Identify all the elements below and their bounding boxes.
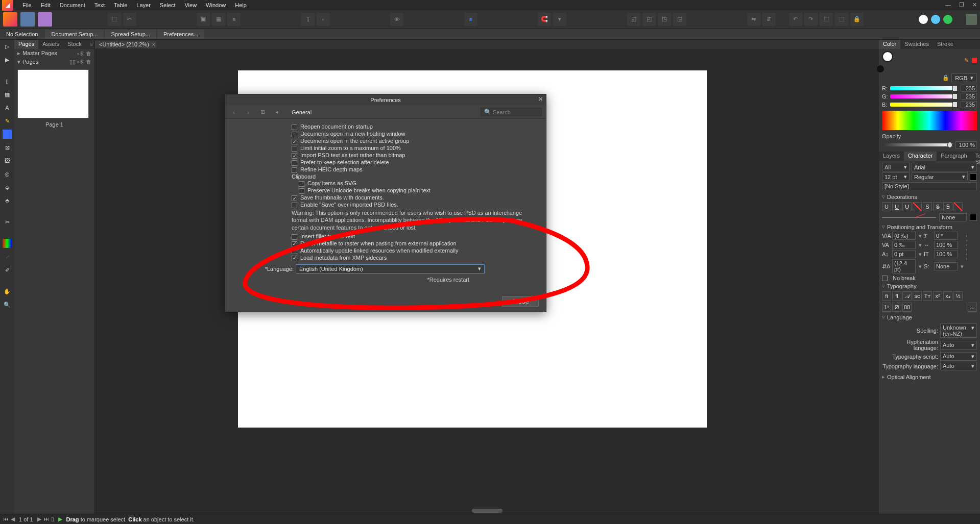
typo-script-select[interactable]: Auto▾ — [940, 352, 977, 361]
menu-text[interactable]: Text — [94, 2, 105, 8]
fill-tool-icon[interactable]: ⬙ — [3, 183, 12, 192]
r-slider[interactable] — [890, 86, 958, 90]
checkbox[interactable] — [299, 181, 304, 187]
decorations-header[interactable]: Decorations — [887, 194, 917, 200]
dialog-close-icon[interactable]: ✕ — [538, 96, 543, 103]
rectangle-tool-icon[interactable] — [3, 130, 12, 139]
pen-tool-icon[interactable]: ✎ — [3, 116, 12, 126]
grid-view-icon[interactable]: ⊞ — [258, 109, 267, 115]
snapping-options-icon[interactable]: ▾ — [553, 13, 566, 26]
preview-mode-icon[interactable]: 👁 — [390, 13, 403, 26]
color-lock-icon[interactable]: 🔒 — [942, 74, 949, 81]
stroke-swatch-icon[interactable] — [877, 65, 884, 72]
menu-edit[interactable]: Edit — [41, 2, 51, 8]
b-slider[interactable] — [890, 103, 958, 107]
nav-back-icon[interactable]: ‹ — [229, 109, 238, 115]
facing-icon[interactable]: ▯▯ — [69, 59, 76, 65]
typography-header[interactable]: Typography — [887, 283, 916, 289]
g-slider[interactable] — [890, 94, 958, 98]
tab-stock[interactable]: Stock — [63, 40, 86, 49]
menu-table[interactable]: Table — [114, 2, 127, 8]
checkbox[interactable] — [292, 139, 297, 144]
place-image-tool-icon[interactable]: 🖾 — [3, 156, 12, 165]
resource-manager-icon[interactable] — [919, 15, 928, 24]
frame-text-tool-icon[interactable]: ▯ — [3, 77, 12, 86]
ungroup-icon[interactable]: ⬚ — [835, 13, 848, 26]
first-page-icon[interactable]: ⏮ — [3, 516, 9, 522]
menu-window[interactable]: Window — [206, 2, 226, 8]
asset-hint-icon[interactable]: ⟋ — [3, 252, 12, 261]
move-backward-icon[interactable]: ◰ — [642, 13, 656, 26]
typo-frac-icon[interactable]: ½ — [953, 291, 963, 301]
strike-variant-icon[interactable]: Ꞩ — [943, 202, 952, 211]
duplicate-page-icon[interactable]: ⎘ — [81, 59, 84, 65]
defaults-revert-icon[interactable]: ⤺ — [123, 13, 136, 26]
tab-character[interactable]: Character — [904, 152, 937, 161]
close-window-icon[interactable]: ✕ — [972, 2, 977, 8]
text-flow-icon[interactable]: ▫ — [317, 13, 330, 26]
move-front-icon[interactable]: ◲ — [673, 13, 686, 26]
disclosure-icon[interactable]: ▾ — [17, 59, 20, 65]
table-tool-icon[interactable]: ▦ — [3, 90, 12, 99]
persona-designer-icon[interactable] — [20, 12, 35, 27]
page-thumbnail[interactable] — [17, 69, 89, 118]
clip-canvas-icon[interactable]: ▣ — [197, 13, 210, 26]
typo-tabular-icon[interactable]: 00 — [902, 303, 912, 312]
decoration-style-select[interactable]: None — [939, 213, 967, 221]
checkbox[interactable] — [292, 167, 297, 173]
close-tab-icon[interactable]: × — [152, 41, 155, 47]
typo-slashed-icon[interactable]: Ø — [892, 303, 901, 312]
persona-publisher-icon[interactable] — [3, 12, 17, 27]
maximize-icon[interactable]: ❐ — [959, 2, 964, 8]
opacity-slider[interactable] — [882, 143, 952, 146]
baseline-grid-icon[interactable]: ▯ — [301, 13, 315, 26]
add-master-icon[interactable]: ▫ — [77, 51, 79, 57]
vector-crop-tool-icon[interactable]: ◎ — [3, 169, 12, 179]
hue-spectrum[interactable] — [882, 111, 977, 130]
underline2-icon[interactable]: U — [892, 202, 901, 211]
typo-ligatures-icon[interactable]: fi — [882, 291, 891, 301]
close-button[interactable]: Close — [502, 296, 539, 307]
show-grid-icon[interactable]: ▦ — [212, 13, 225, 26]
checkbox[interactable] — [292, 256, 297, 261]
fill-swatch-icon[interactable] — [882, 51, 893, 62]
checkbox[interactable] — [292, 241, 297, 247]
horizontal-scrollbar[interactable] — [95, 508, 879, 514]
zoom-tool-icon[interactable]: 🔍 — [3, 300, 12, 309]
color-mode-select[interactable]: RGB▾ — [951, 73, 977, 82]
tab-text-styles[interactable]: Text Styles — [971, 152, 980, 161]
nav-forward-icon[interactable]: › — [244, 109, 253, 115]
text-color-swatch[interactable] — [970, 173, 977, 181]
minimize-icon[interactable]: — — [945, 2, 951, 8]
font-size-select[interactable]: 12 pt▾ — [882, 172, 910, 181]
tab-assets[interactable]: Assets — [38, 40, 63, 49]
tab-stroke[interactable]: Stroke — [933, 40, 958, 49]
spread-icon[interactable]: ▯ — [51, 516, 54, 522]
shear-value[interactable]: None — [934, 262, 958, 270]
optical-alignment-header[interactable]: Optical Alignment — [887, 374, 931, 380]
checkbox[interactable] — [292, 195, 297, 201]
document-tab[interactable]: <Untitled> (210.2%) × — [95, 41, 156, 48]
next-page-icon[interactable]: ▶ — [37, 516, 41, 522]
flip-h-icon[interactable]: ⇋ — [747, 13, 760, 26]
section-manager-icon[interactable] — [943, 15, 952, 24]
typo-caps-icon[interactable]: Tᴛ — [923, 291, 932, 301]
add-page-icon[interactable]: ▫ — [77, 59, 79, 65]
checkbox[interactable] — [292, 153, 297, 159]
font-collection-select[interactable]: All▾ — [882, 163, 910, 171]
decoration-color-swatch[interactable] — [970, 214, 977, 221]
typo-more-button[interactable]: ... — [968, 303, 977, 312]
picture-frame-tool-icon[interactable]: ⊠ — [3, 143, 12, 152]
vscale-value[interactable]: 100 % — [934, 250, 958, 258]
last-page-icon[interactable]: ⏭ — [43, 516, 49, 522]
delete-master-icon[interactable]: 🗑 — [86, 51, 91, 57]
leading-value[interactable]: (12.4 pt) — [892, 259, 916, 273]
b-value[interactable]: 235 — [961, 101, 977, 108]
no-underline-icon[interactable] — [913, 202, 922, 211]
delete-page-icon[interactable]: 🗑 — [86, 59, 91, 65]
snapping-icon[interactable]: 🧲 — [538, 13, 551, 26]
node-tool-icon[interactable]: ▶ — [3, 55, 12, 64]
group-icon[interactable]: ⬚ — [820, 13, 833, 26]
flip-v-icon[interactable]: ⇵ — [762, 13, 776, 26]
eyedropper-icon[interactable]: ✎ — [964, 57, 969, 64]
